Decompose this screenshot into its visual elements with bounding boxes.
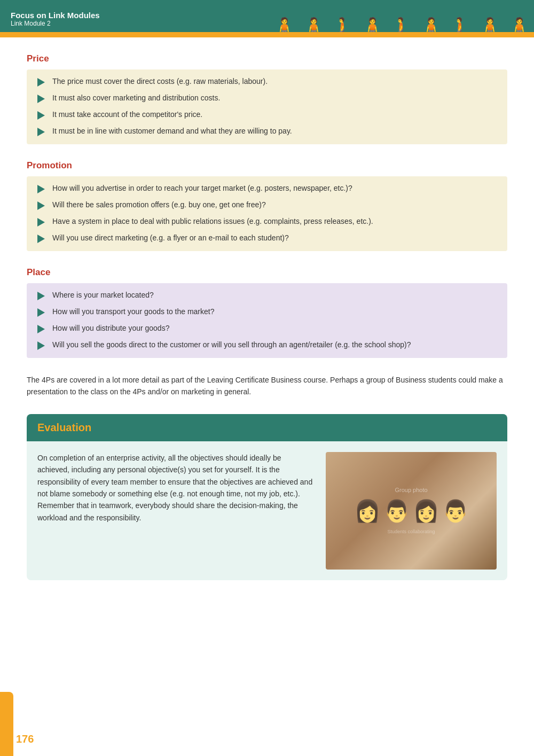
header-subtitle: Link Module 2 — [11, 20, 100, 27]
price-bullet-3: It must take account of the competitor's… — [52, 109, 202, 120]
evaluation-image: Group photo 👩 👨 👩 👨 Students collaborati… — [326, 452, 497, 570]
svg-marker-8 — [37, 292, 45, 300]
price-title: Price — [27, 53, 507, 64]
promotion-bullet-3: Have a system in place to deal with publ… — [52, 216, 373, 227]
svg-marker-5 — [37, 201, 45, 210]
page-header: Focus on Link Modules Link Module 2 🧍 🧍 … — [0, 0, 534, 37]
person-icon: 👨 — [383, 498, 410, 524]
list-item: It must also cover marketing and distrib… — [35, 92, 499, 105]
arrow-icon — [35, 183, 47, 195]
photo-people: 👩 👨 👩 👨 — [354, 498, 469, 524]
page-number: 176 — [16, 733, 34, 745]
svg-marker-11 — [37, 341, 45, 350]
list-item: Will you use direct marketing (e.g. a fl… — [35, 232, 499, 245]
svg-marker-10 — [37, 325, 45, 333]
list-item: Will you sell the goods direct to the cu… — [35, 339, 499, 352]
arrow-icon — [35, 126, 47, 138]
evaluation-title: Evaluation — [37, 422, 91, 434]
list-item: How will you distribute your goods? — [35, 323, 499, 335]
para-text: The 4Ps are covered in a lot more detail… — [27, 374, 507, 398]
place-section: Place Where is your market located? How … — [27, 267, 507, 358]
svg-marker-0 — [37, 78, 45, 87]
arrow-icon — [35, 307, 47, 318]
header-title: Focus on Link Modules — [11, 11, 100, 20]
evaluation-section: Evaluation On completion of an enterpris… — [27, 414, 507, 580]
arrow-icon — [35, 93, 47, 105]
svg-marker-1 — [37, 95, 45, 103]
person-icon: 👩 — [354, 498, 381, 524]
list-item: How will you transport your goods to the… — [35, 306, 499, 318]
arrow-icon — [35, 76, 47, 88]
list-item: It must be in line with customer demand … — [35, 126, 499, 138]
arrow-icon — [35, 290, 47, 302]
promotion-bullet-1: How will you advertise in order to reach… — [52, 183, 352, 194]
list-item: The price must cover the direct costs (e… — [35, 76, 499, 88]
place-bullet-3: How will you distribute your goods? — [52, 323, 169, 334]
evaluation-body-text: On completion of an enterprise activity,… — [37, 452, 315, 524]
list-item: It must take account of the competitor's… — [35, 109, 499, 121]
place-bullet-4: Will you sell the goods direct to the cu… — [52, 339, 411, 350]
promotion-title: Promotion — [27, 160, 507, 171]
person-icon: 👨 — [442, 498, 469, 524]
arrow-icon — [35, 340, 47, 352]
svg-marker-3 — [37, 128, 45, 136]
price-bullet-box: The price must cover the direct costs (e… — [27, 69, 507, 144]
photo-placeholder: Group photo 👩 👨 👩 👨 Students collaborati… — [326, 452, 497, 570]
price-bullet-2: It must also cover marketing and distrib… — [52, 92, 220, 104]
evaluation-header: Evaluation — [27, 414, 507, 441]
promotion-section: Promotion How will you advertise in orde… — [27, 160, 507, 251]
left-accent — [0, 692, 13, 756]
arrow-icon — [35, 110, 47, 121]
promotion-bullet-box: How will you advertise in order to reach… — [27, 176, 507, 251]
price-bullet-1: The price must cover the direct costs (e… — [52, 76, 268, 87]
svg-marker-7 — [37, 235, 45, 243]
arrow-icon — [35, 216, 47, 228]
price-bullet-4: It must be in line with customer demand … — [52, 126, 292, 137]
place-bullet-2: How will you transport your goods to the… — [52, 306, 214, 317]
place-bullet-box: Where is your market located? How will y… — [27, 283, 507, 358]
svg-marker-2 — [37, 111, 45, 120]
promotion-bullet-4: Will you use direct marketing (e.g. a fl… — [52, 232, 289, 244]
price-section: Price The price must cover the direct co… — [27, 53, 507, 144]
evaluation-body: On completion of an enterprise activity,… — [27, 441, 507, 580]
list-item: Where is your market located? — [35, 290, 499, 302]
list-item: Will there be sales promotion offers (e.… — [35, 199, 499, 212]
header-orange-bar — [0, 32, 534, 37]
arrow-icon — [35, 323, 47, 335]
main-content: Price The price must cover the direct co… — [0, 37, 534, 612]
place-title: Place — [27, 267, 507, 278]
person-icon: 👩 — [413, 498, 439, 524]
svg-marker-9 — [37, 308, 45, 317]
promotion-bullet-2: Will there be sales promotion offers (e.… — [52, 199, 266, 211]
svg-marker-4 — [37, 185, 45, 193]
header-text-block: Focus on Link Modules Link Module 2 — [11, 11, 100, 27]
list-item: Have a system in place to deal with publ… — [35, 216, 499, 228]
place-bullet-1: Where is your market located? — [52, 290, 154, 301]
list-item: How will you advertise in order to reach… — [35, 183, 499, 195]
svg-marker-6 — [37, 218, 45, 227]
arrow-icon — [35, 233, 47, 245]
arrow-icon — [35, 200, 47, 212]
